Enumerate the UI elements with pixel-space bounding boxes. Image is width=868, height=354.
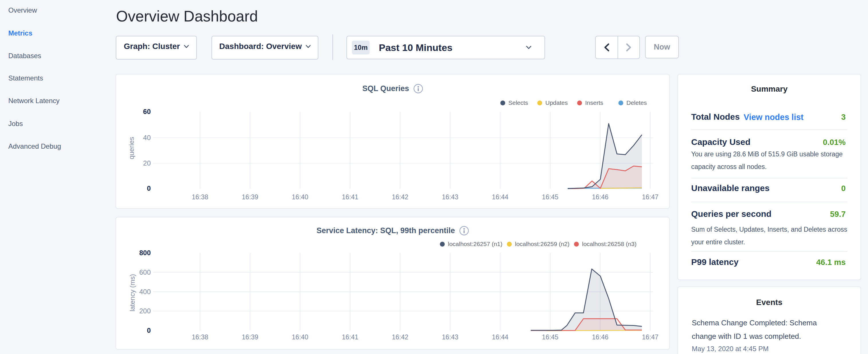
svg-text:16:41: 16:41 [342,333,359,341]
svg-text:16:42: 16:42 [392,193,408,201]
svg-text:16:39: 16:39 [242,333,258,341]
svg-text:16:38: 16:38 [192,193,208,201]
svg-text:16:43: 16:43 [442,193,459,201]
svg-text:16:45: 16:45 [542,333,559,341]
svg-text:16:39: 16:39 [242,193,258,201]
svg-text:16:44: 16:44 [492,193,509,201]
svg-text:16:43: 16:43 [442,333,459,341]
svg-text:16:47: 16:47 [642,193,658,201]
svg-text:16:41: 16:41 [342,193,359,201]
svg-text:16:47: 16:47 [642,333,658,341]
svg-text:16:44: 16:44 [492,333,509,341]
svg-text:16:46: 16:46 [592,193,609,201]
svg-text:16:42: 16:42 [392,333,408,341]
svg-text:16:40: 16:40 [292,333,308,341]
svg-text:16:45: 16:45 [542,193,559,201]
svg-text:16:40: 16:40 [292,193,308,201]
svg-text:16:38: 16:38 [192,333,208,341]
svg-text:16:46: 16:46 [592,333,609,341]
